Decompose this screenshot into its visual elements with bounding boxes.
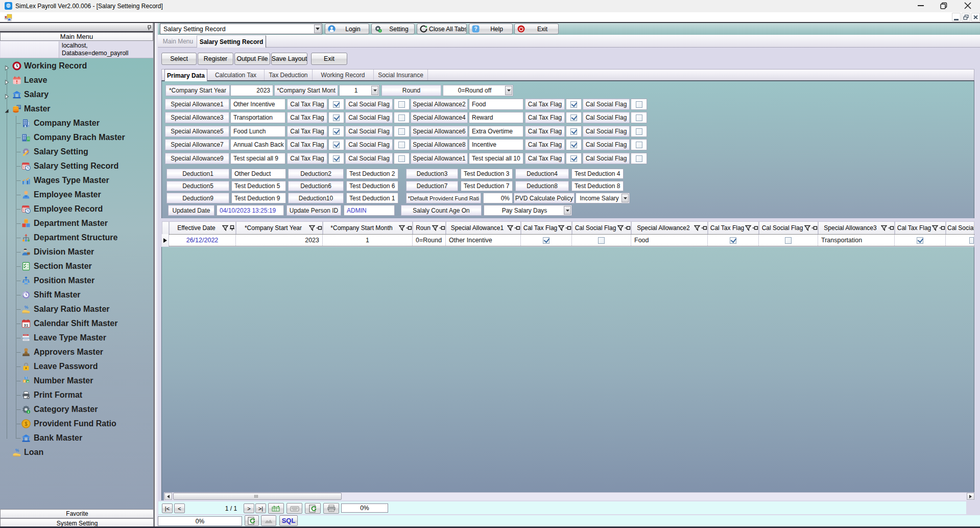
svg-text:1: 1 xyxy=(26,377,27,379)
svg-text:31: 31 xyxy=(24,323,29,328)
svg-text:%: % xyxy=(25,305,29,310)
svg-text:?: ? xyxy=(474,26,477,32)
svg-text:$: $ xyxy=(25,421,28,427)
svg-text:2: 2 xyxy=(23,380,25,383)
svg-text:%: % xyxy=(15,448,19,453)
svg-text:a: a xyxy=(27,380,29,383)
